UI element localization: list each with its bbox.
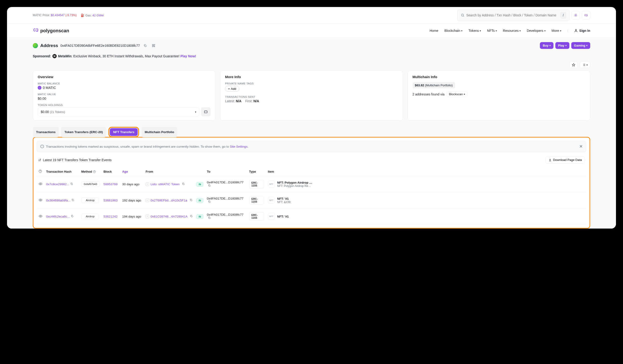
more-menu-button[interactable]: ▾ (580, 61, 590, 68)
type-badge: ERC-1155 (249, 212, 264, 221)
qr-button[interactable] (151, 42, 157, 49)
svg-rect-21 (209, 202, 210, 203)
svg-rect-8 (155, 46, 155, 47)
copy-button[interactable] (71, 215, 73, 218)
help-icon[interactable] (39, 170, 42, 173)
table-row: 0xc44fc2eca8c... Airdrop 53621242 194 da… (37, 208, 586, 224)
from-link[interactable]: 0x81C09748...4A728941A (151, 215, 188, 218)
chain-switch[interactable] (582, 11, 590, 20)
play-button[interactable]: Play▾ (555, 42, 569, 49)
method-badge: 0xfaf67b43 (81, 181, 100, 187)
item-title[interactable]: NFT: '#1 (277, 215, 289, 218)
token-holdings-dropdown[interactable]: $0.00 (21 Tokens)▾ (38, 107, 199, 116)
nav-home[interactable]: Home (430, 29, 438, 33)
from-link[interactable]: Lido: stMATIC Token (151, 182, 179, 186)
sponsor-cta-link[interactable]: Play Now! (180, 54, 196, 58)
nft-thumbnail-icon: NFT (268, 213, 275, 220)
tx-hash-link[interactable]: 0xc44fc2eca8c... (46, 215, 70, 218)
col-to: To (205, 167, 247, 176)
block-link[interactable]: 53681983 (104, 199, 117, 202)
to-address[interactable]: 0x4FA017DE...D1808fc77 (207, 181, 244, 184)
svg-rect-5 (154, 44, 155, 45)
type-badge: ERC-1155 (249, 196, 264, 204)
block-link[interactable]: 59953769 (104, 182, 117, 186)
wallet-icon (204, 110, 208, 114)
favorite-button[interactable] (569, 61, 578, 68)
tab-token-transfers[interactable]: Token Transfers (ERC-20) (61, 127, 106, 137)
sponsored-banner: Sponsored: M MetaWin: Exclusive Winback,… (33, 54, 590, 58)
overview-title: Overview (38, 75, 210, 79)
tab-nft-transfers[interactable]: NFT Transfers (110, 128, 138, 136)
wallet-button[interactable] (201, 107, 210, 116)
item-subtitle: NFT: Polygon Airdrop Rew... (277, 184, 312, 188)
age-value: 30 days ago (120, 176, 144, 192)
tx-hash-link[interactable]: 0x7c8ce29982... (46, 182, 69, 186)
to-address[interactable]: 0x4FA017DE...D1808fc77 (207, 213, 244, 216)
item-title[interactable]: NFT: '#1 (277, 197, 291, 201)
col-hash: Transaction Hash (44, 167, 79, 176)
balance-label: MATIC BALANCE (38, 82, 210, 85)
blockscan-dropdown[interactable]: Blockscan▾ (446, 91, 467, 97)
svg-rect-16 (183, 183, 184, 185)
site-settings-link[interactable]: Site Settings (230, 145, 248, 148)
view-tx-button[interactable] (39, 183, 42, 186)
nav-more[interactable]: More▾ (552, 29, 561, 33)
svg-point-22 (40, 216, 41, 217)
download-button[interactable]: Download Page Data (546, 156, 585, 163)
moreinfo-card: More Info PRIVATE NAME TAGS + Add TRANSA… (220, 70, 403, 121)
view-tx-button[interactable] (39, 215, 42, 219)
svg-marker-9 (572, 63, 575, 66)
copy-button[interactable] (208, 184, 211, 188)
nav-developers[interactable]: Developers▾ (527, 29, 546, 33)
nav-blockchain[interactable]: Blockchain▾ (444, 29, 462, 33)
chevron-down-icon: ▾ (496, 29, 497, 32)
search-input[interactable] (466, 13, 559, 17)
copy-button[interactable] (70, 183, 73, 186)
copy-icon (208, 184, 211, 187)
help-icon[interactable] (93, 170, 96, 173)
nav-nfts[interactable]: NFTs▾ (487, 29, 497, 33)
tx-sent-values: Latest: N/A First: N/A (225, 99, 398, 103)
gas-value[interactable]: 42 GWei (92, 14, 104, 17)
svg-rect-17 (209, 185, 210, 187)
block-link[interactable]: 53621242 (104, 215, 117, 218)
copy-button[interactable] (208, 217, 211, 220)
chevron-down-icon: ▾ (544, 29, 546, 32)
add-tag-button[interactable]: + Add (225, 86, 239, 92)
user-icon (574, 29, 578, 33)
nav-resources[interactable]: Resources▾ (503, 29, 521, 33)
to-address[interactable]: 0x4FA017DE...D1808fc77 (207, 197, 244, 200)
copy-button[interactable] (208, 201, 211, 204)
item-title[interactable]: NFT: Polygon Airdrop Re... (277, 181, 312, 184)
eye-icon (39, 182, 42, 186)
chevron-down-icon: ▾ (461, 29, 462, 32)
nft-thumbnail-icon: NFT (268, 197, 275, 204)
tx-hash-link[interactable]: 0x364698ab9fa... (46, 199, 70, 202)
svg-rect-25 (209, 218, 210, 219)
tab-multichain-portfolio[interactable]: Multichain Portfolio (141, 127, 178, 137)
col-age[interactable]: Age (120, 167, 144, 176)
notice-close-button[interactable]: ✕ (579, 144, 583, 149)
brand-logo[interactable]: polygonscan (33, 27, 69, 34)
view-tx-button[interactable] (39, 199, 42, 202)
from-link[interactable]: 0x2769EFbd...dA10c5F1a (151, 199, 187, 202)
sort-icon (38, 158, 42, 162)
multichain-chip[interactable]: $63.82 (Multichain Portfolio) (413, 82, 455, 88)
col-item: Item (266, 167, 586, 176)
sign-in[interactable]: Sign In (574, 29, 590, 33)
chevron-down-icon: ▾ (480, 29, 481, 32)
theme-toggle[interactable] (572, 11, 580, 20)
copy-button[interactable] (71, 199, 74, 202)
star-icon (572, 63, 575, 66)
tab-transactions[interactable]: Transactions (33, 127, 59, 137)
svg-rect-6 (153, 46, 153, 47)
search-bar[interactable]: / (457, 9, 570, 21)
nav-tokens[interactable]: Tokens▾ (468, 29, 481, 33)
copy-button[interactable] (182, 182, 185, 186)
copy-button[interactable] (190, 199, 192, 202)
gaming-button[interactable]: Gaming▾ (571, 42, 590, 49)
copy-button[interactable] (190, 215, 193, 218)
search-icon (461, 13, 465, 17)
buy-button[interactable]: Buy▾ (540, 42, 554, 49)
copy-address-button[interactable] (142, 42, 148, 49)
